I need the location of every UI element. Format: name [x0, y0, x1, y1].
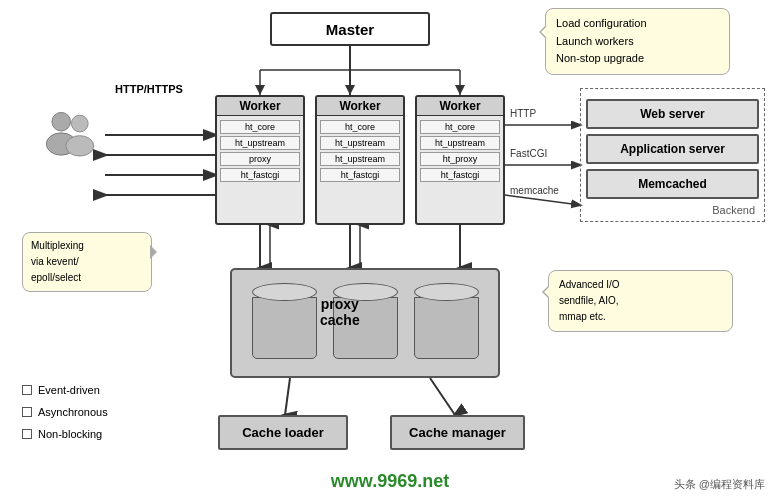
worker-2-row-3: ht_fastcgi: [320, 168, 400, 182]
worker-3-row-0: ht_core: [420, 120, 500, 134]
worker-2-rows: ht_core ht_upstream ht_upstream ht_fastc…: [317, 116, 403, 186]
http-https-label: HTTP/HTTPS: [115, 83, 183, 95]
worker-3-rows: ht_core ht_upstream ht_proxy ht_fastcgi: [417, 116, 503, 186]
app-server-box: Application server: [586, 134, 759, 164]
svg-point-25: [71, 115, 88, 132]
worker-2: Worker ht_core ht_upstream ht_upstream h…: [315, 95, 405, 225]
diagram: Master Load configuration Launch workers…: [0, 0, 780, 500]
legend-label-1: Asynchronous: [38, 401, 108, 423]
svg-point-26: [66, 136, 94, 156]
svg-marker-6: [255, 85, 265, 95]
proxy-cache-area: [230, 268, 500, 378]
worker-3-row-1: ht_upstream: [420, 136, 500, 150]
worker-1-row-1: ht_upstream: [220, 136, 300, 150]
worker-2-label: Worker: [317, 97, 403, 116]
http-label: HTTP: [510, 108, 536, 119]
svg-line-15: [505, 195, 580, 205]
legend-square-0: [22, 385, 32, 395]
callout-advanced-io: Advanced I/Osendfile, AIO,mmap etc.: [548, 270, 733, 332]
brand-label: 头条 @编程资料库: [674, 477, 765, 492]
worker-3: Worker ht_core ht_upstream ht_proxy ht_f…: [415, 95, 505, 225]
cylinder-3: [414, 283, 479, 363]
watermark: www.9969.net: [331, 471, 449, 492]
legend-square-1: [22, 407, 32, 417]
worker-3-label: Worker: [417, 97, 503, 116]
callout-top: Load configuration Launch workers Non-st…: [545, 8, 730, 75]
worker-3-row-3: ht_fastcgi: [420, 168, 500, 182]
master-label: Master: [326, 21, 374, 38]
callout-top-line1: Load configuration: [556, 17, 647, 29]
callout-top-line3: Non-stop upgrade: [556, 52, 644, 64]
fastcgi-label: FastCGI: [510, 148, 547, 159]
worker-2-row-1: ht_upstream: [320, 136, 400, 150]
adv-io-text: Advanced I/Osendfile, AIO,mmap etc.: [559, 279, 620, 322]
cyl-1-body: [252, 297, 317, 359]
legend-square-2: [22, 429, 32, 439]
cyl-3-top: [414, 283, 479, 301]
worker-1-row-3: ht_fastcgi: [220, 168, 300, 182]
worker-1: Worker ht_core ht_upstream proxy ht_fast…: [215, 95, 305, 225]
cache-loader-label: Cache loader: [242, 425, 324, 440]
svg-point-23: [52, 112, 71, 131]
svg-line-22: [430, 378, 455, 415]
legend-label-2: Non-blocking: [38, 423, 102, 445]
worker-1-row-2: proxy: [220, 152, 300, 166]
legend: Event-driven Asynchronous Non-blocking: [22, 379, 108, 445]
cache-manager-label: Cache manager: [409, 425, 506, 440]
proxy-cache-label: proxycache: [320, 296, 360, 328]
cyl-1-top: [252, 283, 317, 301]
legend-label-0: Event-driven: [38, 379, 100, 401]
legend-item-0: Event-driven: [22, 379, 108, 401]
worker-2-row-2: ht_upstream: [320, 152, 400, 166]
memcached-box: Memcached: [586, 169, 759, 199]
server-group: Web server Application server Memcached …: [580, 88, 765, 222]
worker-1-label: Worker: [217, 97, 303, 116]
users-icon: [38, 105, 103, 170]
callout-top-line2: Launch workers: [556, 35, 634, 47]
web-server-box: Web server: [586, 99, 759, 129]
proxy-text: proxycache: [320, 296, 360, 328]
worker-2-row-0: ht_core: [320, 120, 400, 134]
cyl-3-body: [414, 297, 479, 359]
cylinder-1: [252, 283, 317, 363]
backend-label: Backend: [586, 204, 759, 216]
cache-loader-box: Cache loader: [218, 415, 348, 450]
worker-1-row-0: ht_core: [220, 120, 300, 134]
svg-line-21: [285, 378, 290, 415]
callout-multiplexing: Multiplexingvia kevent/epoll/select: [22, 232, 152, 292]
memcache-label: memcache: [510, 185, 559, 196]
svg-marker-8: [455, 85, 465, 95]
worker-3-row-2: ht_proxy: [420, 152, 500, 166]
cache-manager-box: Cache manager: [390, 415, 525, 450]
mult-text: Multiplexingvia kevent/epoll/select: [31, 240, 84, 283]
legend-item-2: Non-blocking: [22, 423, 108, 445]
master-box: Master: [270, 12, 430, 46]
svg-marker-7: [345, 85, 355, 95]
worker-1-rows: ht_core ht_upstream proxy ht_fastcgi: [217, 116, 303, 186]
legend-item-1: Asynchronous: [22, 401, 108, 423]
